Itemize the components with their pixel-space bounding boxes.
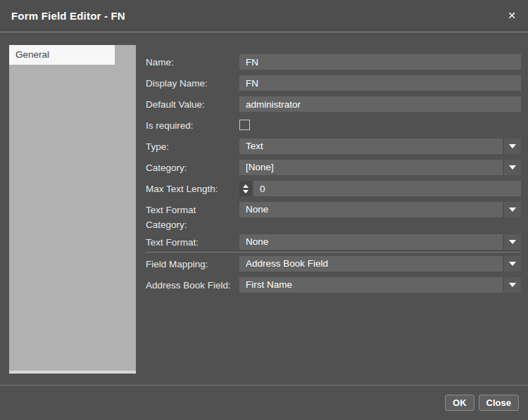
type-row: Type: Text (146, 139, 521, 154)
chevron-down-icon[interactable] (504, 234, 521, 250)
category-row: Category: [None] (146, 160, 521, 175)
triangle-down-glyph (509, 165, 516, 170)
text-format-category-label: Text Format Category: (146, 202, 239, 232)
default-value-label: Default Value: (146, 96, 239, 112)
spinner-up-down-icon[interactable] (239, 181, 252, 196)
address-book-field-dropdown-value: First Name (239, 277, 503, 293)
triangle-down-glyph (243, 190, 249, 193)
sidebar: General (9, 45, 136, 374)
display-name-input[interactable] (239, 75, 521, 91)
category-dropdown[interactable]: [None] (239, 160, 521, 175)
default-value-input[interactable] (239, 96, 521, 112)
address-book-field-dropdown[interactable]: First Name (239, 277, 521, 293)
chevron-down-icon[interactable] (504, 256, 521, 272)
is-required-row: Is required: (146, 117, 521, 133)
text-format-dropdown[interactable]: None (239, 234, 521, 250)
max-text-length-spinner (239, 181, 521, 196)
triangle-down-glyph (509, 283, 516, 287)
address-book-field-label: Address Book Field: (146, 277, 239, 293)
chevron-down-icon[interactable] (504, 202, 521, 217)
field-mapping-dropdown[interactable]: Address Book Field (239, 256, 521, 272)
is-required-label: Is required: (146, 117, 239, 133)
close-button[interactable]: Close (479, 395, 519, 411)
name-input[interactable] (239, 54, 521, 70)
text-format-dropdown-value: None (239, 234, 503, 250)
dialog-title: Form Field Editor - FN (0, 10, 125, 22)
max-text-length-row: Max Text Length: (146, 181, 521, 196)
field-mapping-label: Field Mapping: (146, 256, 239, 272)
default-value-row: Default Value: (146, 96, 521, 112)
triangle-up-glyph (243, 184, 249, 188)
text-format-category-dropdown[interactable]: None (239, 202, 521, 217)
field-mapping-dropdown-value: Address Book Field (239, 256, 503, 272)
display-name-label: Display Name: (146, 75, 239, 91)
name-label: Name: (146, 54, 239, 70)
chevron-down-icon[interactable] (504, 139, 521, 154)
address-book-field-row: Address Book Field: First Name (146, 277, 521, 293)
triangle-down-glyph (509, 240, 516, 244)
category-dropdown-value: [None] (239, 160, 503, 175)
triangle-down-glyph (509, 262, 516, 266)
section-divider (146, 252, 521, 253)
category-label: Category: (146, 160, 239, 175)
dialog-footer: OK Close (0, 385, 528, 420)
close-icon[interactable]: ✕ (503, 6, 521, 25)
max-text-length-input[interactable] (253, 181, 521, 196)
ok-button[interactable]: OK (445, 395, 474, 411)
chevron-down-icon[interactable] (504, 160, 521, 175)
dialog-titlebar: Form Field Editor - FN ✕ (0, 0, 528, 32)
text-format-category-row: Text Format Category: None (146, 202, 521, 232)
text-format-row: Text Format: None (146, 234, 521, 250)
triangle-down-glyph (509, 144, 516, 148)
triangle-down-glyph (509, 208, 516, 212)
display-name-row: Display Name: (146, 75, 521, 91)
is-required-checkbox[interactable] (239, 120, 250, 130)
form-panel: Name: Display Name: Default Value: Is re… (146, 54, 521, 298)
text-format-category-dropdown-value: None (239, 202, 503, 217)
form-field-editor-dialog: Form Field Editor - FN ✕ General Name: D… (0, 0, 528, 420)
field-mapping-row: Field Mapping: Address Book Field (146, 256, 521, 272)
max-text-length-label: Max Text Length: (146, 181, 239, 196)
text-format-label: Text Format: (146, 234, 239, 250)
chevron-down-icon[interactable] (504, 277, 521, 293)
type-dropdown[interactable]: Text (239, 139, 521, 154)
type-label: Type: (146, 139, 239, 154)
sidebar-item-general[interactable]: General (9, 45, 115, 65)
name-row: Name: (146, 54, 521, 70)
type-dropdown-value: Text (239, 139, 503, 154)
